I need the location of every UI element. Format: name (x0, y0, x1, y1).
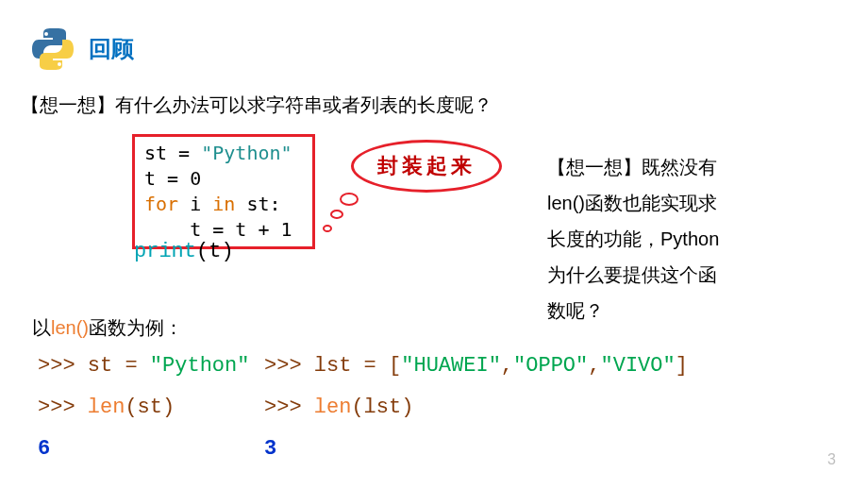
side-t1: 既然没有 (642, 157, 717, 177)
bubble-dot-icon (330, 210, 343, 219)
ex-a: 以 (32, 317, 51, 338)
code-l4: t = t + 1 (144, 218, 292, 241)
code-l2: t = 0 (144, 167, 201, 190)
side-t3: 长度的功能，Python (547, 221, 830, 257)
repl-left: >>> st = "Python" >>> len(st) 6 (38, 346, 249, 470)
question-1: 【想一想】有什么办法可以求字符串或者列表的长度呢？ (0, 72, 868, 118)
example-label: 以len()函数为例： (32, 315, 183, 341)
repl-r-2c: (lst) (351, 396, 413, 419)
repl-r-1c: , (501, 354, 513, 378)
repl-r-1a: >>> lst = [ (264, 354, 401, 378)
repl-l-2a: >>> (38, 396, 88, 419)
repl-l-2b: len (88, 396, 125, 419)
repl-right: >>> lst = ["HUAWEI","OPPO","VIVO"] >>> l… (264, 346, 688, 470)
thought-bubble: 封装起来 (351, 140, 502, 193)
repl-r-1d: "OPPO" (513, 354, 588, 378)
ex-c: 函数为例： (89, 317, 183, 338)
repl-l-1a: >>> st = (38, 354, 150, 378)
side-t5: 数呢？ (547, 293, 830, 329)
print-fn: print (134, 240, 196, 263)
repl-l-3: 6 (38, 437, 50, 461)
side-t2: len()函数也能实现求 (547, 185, 830, 221)
side-question: 【想一想】既然没有 len()函数也能实现求 长度的功能，Python 为什么要… (547, 149, 830, 329)
code-l3-for: for (144, 193, 178, 215)
bubble-dot-icon (323, 225, 332, 232)
repl-r-2a: >>> (264, 396, 314, 419)
code-l3-st: st: (235, 193, 280, 215)
repl-r-1b: "HUAWEI" (401, 354, 501, 378)
print-arg: (t) (196, 240, 234, 263)
code-l3-in: in (212, 193, 235, 215)
repl-r-1e: , (588, 354, 600, 378)
repl-l-2c: (st) (125, 396, 175, 419)
code-box: st = "Python" t = 0 for i in st: t = t +… (132, 134, 315, 249)
side-t4: 为什么要提供这个函 (547, 257, 830, 293)
repl-r-1f: "VIVO" (600, 354, 675, 378)
slide-title: 回顾 (89, 34, 134, 64)
repl-l-1b: "Python" (150, 354, 250, 378)
question-1-label: 【想一想】 (21, 94, 115, 115)
code-l1-a: st = (144, 142, 201, 164)
page-number: 3 (827, 451, 836, 468)
repl-r-3: 3 (264, 437, 276, 461)
python-logo-icon (30, 26, 75, 72)
print-line: print(t) (134, 240, 234, 263)
thought-text: 封装起来 (377, 152, 476, 180)
ex-b: len() (51, 317, 89, 338)
repl-r-1g: ] (676, 354, 688, 378)
code-l3-i: i (178, 193, 212, 215)
question-1-text: 有什么办法可以求字符串或者列表的长度呢？ (115, 94, 492, 115)
repl-r-2b: len (314, 396, 352, 419)
side-label: 【想一想】 (547, 157, 642, 177)
code-l1-b: "Python" (201, 142, 292, 164)
bubble-dot-icon (340, 193, 359, 206)
